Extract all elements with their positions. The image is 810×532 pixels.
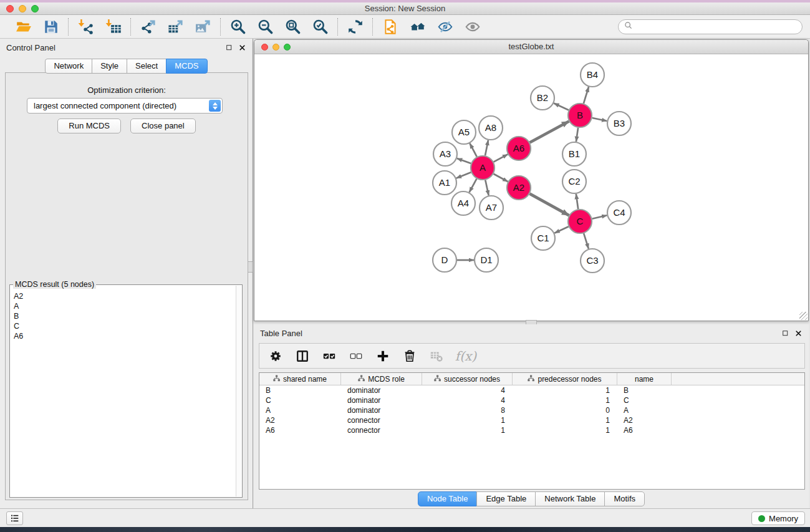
network-window-titlebar[interactable]: testGlobe.txt (254, 40, 808, 54)
edge-A-A3[interactable] (457, 158, 471, 163)
search-input[interactable] (637, 22, 797, 31)
close-panel-icon[interactable] (794, 329, 803, 340)
new-network-from-file-icon[interactable] (381, 17, 399, 36)
table-cell[interactable]: dominator (341, 395, 422, 405)
table-cell[interactable]: 1 (513, 395, 617, 405)
graph-node-C3[interactable]: C3 (581, 249, 604, 273)
table-row[interactable]: Cdominator41C (259, 395, 804, 405)
result-list-scrollbar[interactable] (236, 286, 241, 496)
close-panel-button[interactable]: Close panel (130, 118, 196, 133)
column-header-shared-name[interactable]: shared name (259, 373, 341, 385)
graph-node-C[interactable]: C (568, 210, 592, 233)
task-history-button[interactable] (6, 511, 23, 525)
zoom-window-button[interactable] (31, 5, 39, 12)
table-cell[interactable]: B (617, 385, 672, 395)
export-table-icon[interactable] (166, 17, 185, 36)
node-table[interactable]: shared nameMCDS rolesuccessor nodesprede… (259, 372, 805, 490)
optimization-criterion-select[interactable]: largest connected component (directed) (27, 98, 223, 114)
table-cell[interactable]: C (259, 395, 341, 405)
graph-node-A7[interactable]: A7 (480, 196, 503, 220)
result-list-item[interactable]: C (14, 321, 232, 331)
split-columns-icon[interactable] (294, 348, 311, 364)
edge-A-A6[interactable] (494, 154, 508, 162)
add-column-icon[interactable] (375, 348, 391, 364)
export-network-icon[interactable] (139, 17, 157, 36)
close-window-button[interactable] (6, 5, 14, 12)
zoom-in-icon[interactable] (229, 17, 247, 36)
result-list-item[interactable]: B (14, 311, 232, 321)
tab-node-table[interactable]: Node Table (418, 491, 478, 506)
vertical-splitter-handle[interactable] (248, 261, 253, 273)
tab-network[interactable]: Network (45, 59, 92, 74)
refresh-icon[interactable] (346, 17, 364, 36)
edge-B-B4[interactable] (584, 87, 589, 104)
deselect-all-icon[interactable] (348, 348, 364, 364)
float-panel-icon[interactable] (225, 43, 233, 54)
graph-node-C4[interactable]: C4 (607, 201, 631, 225)
column-header-predecessor-nodes[interactable]: predecessor nodes (513, 373, 617, 385)
show-graphics-details-icon[interactable] (463, 17, 481, 36)
table-cell[interactable]: 0 (513, 405, 617, 415)
network-canvas[interactable]: B4B2BB3A8A5A6A3B1AA1C2A2A4A7C4CC1C3DD1 (255, 55, 808, 320)
graph-node-A1[interactable]: A1 (433, 171, 456, 195)
graph-node-A2[interactable]: A2 (507, 176, 531, 200)
graph-node-B[interactable]: B (568, 104, 592, 127)
edge-A6-B[interactable] (530, 122, 569, 143)
edge-B-B2[interactable] (554, 104, 569, 110)
run-mcds-button[interactable]: Run MCDS (57, 118, 121, 133)
graph-node-C2[interactable]: C2 (562, 170, 586, 193)
home-icon[interactable] (408, 17, 427, 36)
table-cell[interactable]: A (617, 405, 672, 415)
minimize-window-button[interactable] (19, 5, 26, 12)
graph-node-A6[interactable]: A6 (507, 137, 531, 160)
open-folder-icon[interactable] (14, 17, 32, 36)
search-box[interactable] (618, 19, 803, 34)
table-cell[interactable]: A6 (617, 425, 672, 435)
edge-A-A4[interactable] (470, 179, 477, 193)
table-cell[interactable]: 1 (513, 425, 617, 435)
column-header-name[interactable]: name (617, 373, 672, 385)
import-table-icon[interactable] (104, 17, 122, 36)
zoom-selected-icon[interactable] (311, 17, 329, 36)
edge-A-A1[interactable] (456, 172, 471, 178)
table-cell[interactable]: 4 (422, 395, 513, 405)
select-all-icon[interactable] (321, 348, 337, 364)
result-list-item[interactable]: A (14, 301, 232, 311)
graph-node-A8[interactable]: A8 (479, 116, 503, 140)
float-panel-icon[interactable] (781, 329, 789, 340)
table-cell[interactable]: connector (341, 415, 422, 425)
mcds-result-list[interactable]: A2ABCA6 (11, 286, 236, 496)
network-zoom-button[interactable] (284, 44, 291, 51)
column-header-MCDS-role[interactable]: MCDS role (341, 373, 422, 385)
table-cell[interactable]: dominator (341, 405, 422, 415)
tab-select[interactable]: Select (127, 59, 166, 74)
edge-C-C4[interactable] (592, 215, 607, 218)
edge-A-A7[interactable] (485, 180, 488, 196)
table-cell[interactable]: 8 (422, 405, 513, 415)
edge-C-C1[interactable] (554, 226, 569, 233)
edge-C-C2[interactable] (576, 194, 578, 209)
graph-node-B2[interactable]: B2 (531, 86, 554, 110)
export-image-icon[interactable] (194, 17, 212, 36)
tab-network-table[interactable]: Network Table (535, 491, 605, 506)
zoom-out-icon[interactable] (256, 17, 274, 36)
edge-A2-C[interactable] (530, 194, 569, 216)
graph-node-A[interactable]: A (471, 156, 494, 180)
table-cell[interactable]: 1 (513, 415, 617, 425)
table-row[interactable]: Adominator80A (259, 405, 804, 415)
graph-node-A4[interactable]: A4 (451, 191, 475, 215)
delete-column-icon[interactable] (402, 348, 418, 364)
graph-node-B3[interactable]: B3 (607, 112, 631, 135)
graph-node-A3[interactable]: A3 (433, 142, 457, 166)
table-cell[interactable]: B (259, 385, 341, 395)
edge-A-A5[interactable] (470, 143, 476, 157)
table-cell[interactable]: connector (341, 425, 422, 435)
graph-node-A5[interactable]: A5 (452, 120, 476, 144)
graph-node-C1[interactable]: C1 (531, 226, 555, 250)
column-header-successor-nodes[interactable]: successor nodes (422, 373, 513, 385)
network-minimize-button[interactable] (272, 44, 279, 51)
tab-motifs[interactable]: Motifs (604, 491, 645, 506)
close-panel-icon[interactable] (238, 43, 246, 54)
app-titlebar[interactable]: Session: New Session (0, 2, 810, 15)
tab-mcds[interactable]: MCDS (166, 59, 207, 74)
